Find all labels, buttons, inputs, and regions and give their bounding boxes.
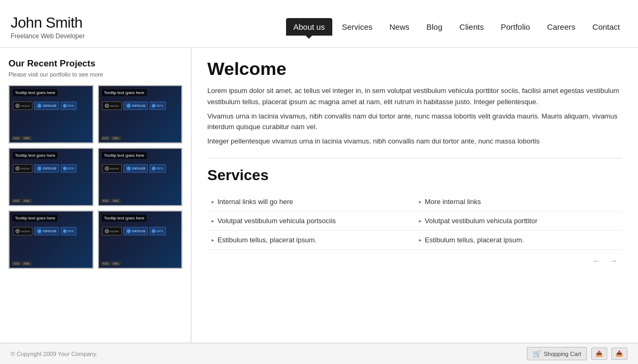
- service-arrow-icon: ▸: [419, 199, 422, 205]
- thumb-tooltip: Tooltip text goes here: [102, 89, 147, 96]
- project-thumb-2[interactable]: Tooltip text goes here oxylus OXYLUS OXY…: [9, 148, 94, 206]
- service-arrow-icon: ▸: [419, 218, 422, 224]
- service-item[interactable]: ▸Volutpat vestibulum vehicula porttitor: [415, 211, 622, 231]
- service-arrow-icon: ▸: [212, 237, 214, 243]
- sidebar-title: Our Recent Projects: [9, 58, 182, 69]
- welcome-paragraph: Vivamus urna in lacinia vivamus, nibh co…: [207, 111, 622, 133]
- footer-right: 🛒 Shopping Cart 📤 📥: [527, 347, 627, 360]
- service-label: Estibulum tellus, placerat ipsum.: [425, 236, 524, 244]
- welcome-section: Welcome Lorem ipsum dolor sit amet, ac t…: [207, 58, 622, 147]
- service-label: Estibulum tellus, placerat ipsum.: [217, 236, 316, 244]
- page-wrapper: John Smith Freelance Web Developer About…: [0, 0, 638, 364]
- service-arrow-icon: ▸: [212, 218, 214, 224]
- nav-item-careers[interactable]: Careers: [540, 18, 583, 36]
- service-arrow-icon: ▸: [419, 237, 422, 243]
- thumb-tooltip: Tooltip text goes here: [13, 152, 57, 159]
- service-item[interactable]: ▸Internal links will go here: [207, 192, 415, 211]
- section-divider: [207, 158, 622, 158]
- welcome-heading: Welcome: [207, 58, 622, 79]
- service-arrow-icon: ▸: [212, 199, 214, 205]
- service-label: Volutpat vestibulum vehicula porttitor: [425, 217, 538, 225]
- projects-grid: Tooltip text goes here oxylus OXYLUS OXY…: [9, 85, 182, 269]
- logo-subtitle: Freelance Web Developer: [11, 32, 149, 40]
- nav-item-about-us[interactable]: About us: [286, 18, 332, 36]
- service-item[interactable]: ▸Estibulum tellus, placerat ipsum.: [207, 231, 415, 250]
- project-thumb-5[interactable]: Tooltip text goes here oxylus OXYLUS OXY…: [98, 210, 183, 269]
- thumb-tooltip: Tooltip text goes here: [13, 215, 57, 222]
- footer-icon-btn-2[interactable]: 📥: [611, 348, 627, 360]
- nav-item-services[interactable]: Services: [334, 18, 380, 36]
- thumb-badges: AS3XML: [12, 136, 32, 140]
- main-nav: About usServicesNewsBlogClientsPortfolio…: [286, 18, 627, 36]
- header: John Smith Freelance Web Developer About…: [0, 0, 638, 48]
- thumb-tooltip: Tooltip text goes here: [102, 215, 147, 222]
- service-item[interactable]: ▸More internal links: [415, 192, 622, 211]
- nav-item-news[interactable]: News: [382, 18, 417, 36]
- shopping-cart-label: Shopping Cart: [544, 351, 581, 357]
- sidebar-subtitle: Please visit our portfolio to see more: [9, 71, 182, 78]
- project-thumb-1[interactable]: Tooltip text goes here oxylus OXYLUS OXY…: [98, 85, 183, 143]
- nav-item-clients[interactable]: Clients: [452, 18, 491, 36]
- welcome-paragraph: Integer pellentesque vivamus urna in lac…: [207, 136, 622, 147]
- thumb-tooltip: Tooltip text goes here: [13, 89, 57, 96]
- project-thumb-3[interactable]: Tooltip text goes here oxylus OXYLUS OXY…: [98, 148, 183, 206]
- nav-item-contact[interactable]: Contact: [585, 18, 627, 36]
- service-item[interactable]: ▸Estibulum tellus, placerat ipsum.: [415, 231, 622, 250]
- thumb-badges: AS3XML: [12, 199, 32, 203]
- services-section: Services ▸Internal links will go here▸Mo…: [207, 167, 622, 267]
- service-label: More internal links: [425, 198, 481, 206]
- nav-item-portfolio[interactable]: Portfolio: [493, 18, 538, 36]
- welcome-paragraphs: Lorem ipsum dolor sit amet, ac tellus ve…: [207, 86, 622, 147]
- service-label: Internal links will go here: [217, 198, 293, 206]
- navigation-arrows: ← →: [207, 255, 622, 267]
- thumb-badges: AS3XML: [101, 199, 121, 203]
- shopping-cart-button[interactable]: 🛒 Shopping Cart: [527, 347, 587, 360]
- welcome-paragraph: Lorem ipsum dolor sit amet, ac tellus ve…: [207, 86, 622, 108]
- service-label: Volutpat vestibulum vehicula portsociis: [217, 217, 336, 225]
- cart-icon: 🛒: [533, 350, 541, 358]
- nav-item-blog[interactable]: Blog: [419, 18, 450, 36]
- thumb-badges: AS3XML: [12, 261, 32, 266]
- project-thumb-4[interactable]: Tooltip text goes here oxylus OXYLUS OXY…: [9, 210, 94, 269]
- footer-icon-btn-1[interactable]: 📤: [591, 348, 607, 360]
- prev-arrow[interactable]: ←: [590, 255, 603, 267]
- thumb-tooltip: Tooltip text goes here: [102, 152, 147, 159]
- service-item[interactable]: ▸Volutpat vestibulum vehicula portsociis: [207, 211, 415, 231]
- thumb-badges: AS3XML: [101, 261, 121, 266]
- logo-name-text: John Smith: [11, 14, 82, 31]
- content-area: Welcome Lorem ipsum dolor sit amet, ac t…: [191, 48, 638, 343]
- main-content: Our Recent Projects Please visit our por…: [0, 48, 638, 343]
- thumb-badges: AS3XML: [101, 136, 121, 140]
- logo-area: John Smith Freelance Web Developer: [11, 14, 149, 40]
- services-heading: Services: [207, 167, 622, 184]
- footer: © Copyright 2009 Your Company. 🛒 Shoppin…: [0, 343, 638, 364]
- logo-name: John Smith: [11, 14, 149, 31]
- sidebar: Our Recent Projects Please visit our por…: [0, 48, 191, 343]
- next-arrow[interactable]: →: [607, 255, 620, 267]
- footer-copyright: © Copyright 2009 Your Company.: [11, 351, 97, 357]
- project-thumb-0[interactable]: Tooltip text goes here oxylus OXYLUS OXY…: [9, 85, 94, 143]
- services-list: ▸Internal links will go here▸More intern…: [207, 192, 622, 250]
